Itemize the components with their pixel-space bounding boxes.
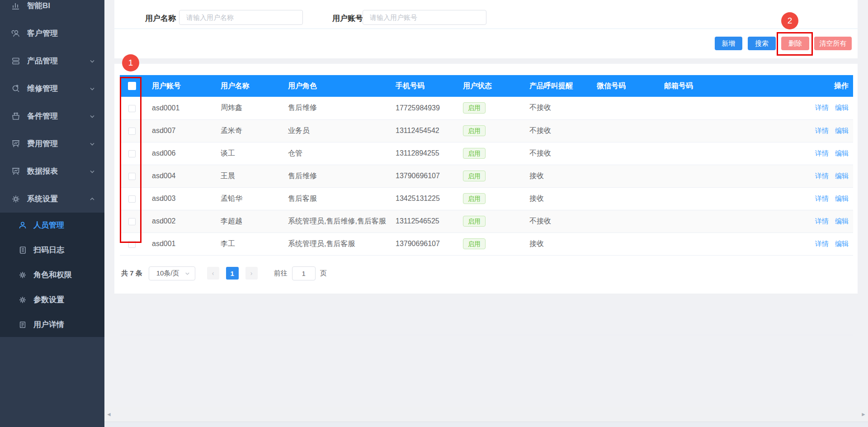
sidebar-menu: 智能BI 客户管理 产品管理 <box>0 0 104 337</box>
cell-call-notify: 接收 <box>521 187 589 210</box>
next-page-button[interactable]: › <box>245 267 258 280</box>
status-badge: 启用 <box>463 238 486 250</box>
row-checkbox[interactable] <box>128 150 136 157</box>
goto-page-input[interactable] <box>292 266 316 280</box>
cell-wechat <box>589 119 656 142</box>
cell-role: 系统管理员,售后客服 <box>280 232 387 255</box>
sidebar-item-personnel[interactable]: 人员管理 <box>0 213 104 237</box>
vertical-scrollbar-track[interactable] <box>858 0 868 407</box>
col-header-account: 用户账号 <box>144 75 212 97</box>
spare-parts-icon <box>11 111 21 121</box>
row-checkbox[interactable] <box>128 218 136 225</box>
sidebar-item-label: 客户管理 <box>27 28 58 38</box>
sidebar-item-label: 用户详情 <box>33 319 64 330</box>
status-badge: 启用 <box>463 102 486 114</box>
row-checkbox[interactable] <box>128 173 136 180</box>
table-row: asd004 王晨 售后维修 13790696107 启用 接收 详情编辑 <box>120 165 853 187</box>
user-account-input[interactable] <box>363 10 486 25</box>
detail-link[interactable]: 详情 <box>815 195 829 202</box>
scroll-left-arrow-icon[interactable]: ◄ <box>106 411 112 418</box>
detail-link[interactable]: 详情 <box>815 172 829 180</box>
expense-board-icon <box>11 139 21 149</box>
sidebar-item-spare-parts[interactable]: 备件管理 <box>0 102 104 130</box>
detail-link[interactable]: 详情 <box>815 240 829 247</box>
cell-name: 李超越 <box>212 210 280 232</box>
page-size-select[interactable]: 10条/页 <box>149 266 195 280</box>
sidebar-item-label: 维修管理 <box>27 83 58 94</box>
user-name-input[interactable] <box>179 10 303 25</box>
current-page-button[interactable]: 1 <box>226 267 239 280</box>
sidebar-item-reports[interactable]: 数据报表 <box>0 157 104 185</box>
sidebar-item-repair[interactable]: 维修管理 <box>0 75 104 102</box>
add-button[interactable]: 新增 <box>715 37 742 50</box>
edit-link[interactable]: 编辑 <box>835 217 849 225</box>
row-checkbox[interactable] <box>128 195 136 203</box>
sidebar-item-bi[interactable]: 智能BI <box>0 0 104 19</box>
report-board-icon <box>11 166 21 176</box>
cell-account: asd001 <box>144 232 212 255</box>
edit-link[interactable]: 编辑 <box>835 127 849 134</box>
col-header-email: 邮箱号码 <box>656 75 746 97</box>
chevron-down-icon <box>89 58 95 64</box>
card-divider <box>114 28 858 29</box>
sidebar-item-products[interactable]: 产品管理 <box>0 47 104 75</box>
detail-link[interactable]: 详情 <box>815 104 829 111</box>
delete-button[interactable]: 删除 <box>781 37 809 50</box>
cell-email <box>656 165 746 187</box>
scroll-right-arrow-icon[interactable]: ► <box>861 411 866 418</box>
filter-toolbar-card: 用户名称 用户账号 新增 搜索 删除 清空所有 <box>114 0 858 58</box>
detail-link[interactable]: 详情 <box>815 127 829 134</box>
clear-all-button[interactable]: 清空所有 <box>814 37 852 50</box>
edit-link[interactable]: 编辑 <box>835 149 849 157</box>
user-table: 用户账号 用户名称 用户角色 手机号码 用户状态 产品呼叫提醒 微信号码 邮箱号… <box>120 75 853 256</box>
cell-role: 售后维修 <box>280 165 387 187</box>
search-button[interactable]: 搜索 <box>748 37 776 50</box>
table-footer-spacer <box>120 330 853 335</box>
customers-icon <box>11 28 21 38</box>
cell-name: 孟铅华 <box>212 187 280 210</box>
cell-wechat <box>589 210 656 232</box>
edit-link[interactable]: 编辑 <box>835 172 849 180</box>
sidebar-item-user-detail[interactable]: 用户详情 <box>0 312 104 337</box>
sidebar-item-system-settings[interactable]: 系统设置 <box>0 185 104 213</box>
cell-wechat <box>589 165 656 187</box>
edit-link[interactable]: 编辑 <box>835 240 849 247</box>
select-all-checkbox[interactable] <box>128 82 136 90</box>
sidebar-item-parameter-settings[interactable]: 参数设置 <box>0 287 104 312</box>
cell-call-notify: 不接收 <box>521 142 589 165</box>
row-checkbox[interactable] <box>128 128 136 135</box>
sidebar-item-label: 系统设置 <box>27 194 58 204</box>
horizontal-scrollbar-track[interactable]: ◄ ► <box>104 407 868 422</box>
sidebar-item-label: 智能BI <box>27 0 50 11</box>
gear-icon <box>11 194 21 204</box>
user-icon <box>18 221 27 230</box>
edit-link[interactable]: 编辑 <box>835 195 849 202</box>
cell-name: 李工 <box>212 232 280 255</box>
edit-link[interactable]: 编辑 <box>835 104 849 111</box>
sidebar-item-roles-permissions[interactable]: 角色和权限 <box>0 262 104 287</box>
sidebar-item-expenses[interactable]: 费用管理 <box>0 130 104 157</box>
cell-call-notify: 不接收 <box>521 119 589 142</box>
row-checkbox[interactable] <box>128 105 136 112</box>
cell-role: 售后维修 <box>280 97 387 119</box>
cell-call-notify: 接收 <box>521 165 589 187</box>
sidebar-item-scan-log[interactable]: 扫码日志 <box>0 237 104 262</box>
cell-email <box>656 187 746 210</box>
table-row: asd003 孟铅华 售后客服 13425131225 启用 接收 详情编辑 <box>120 187 853 210</box>
cell-account: asd006 <box>144 142 212 165</box>
cell-phone: 13790696107 <box>387 232 455 255</box>
detail-link[interactable]: 详情 <box>815 217 829 225</box>
sidebar-item-customers[interactable]: 客户管理 <box>0 19 104 47</box>
cell-wechat <box>589 142 656 165</box>
document-icon <box>18 320 27 329</box>
total-count-label: 共 7 条 <box>121 269 142 278</box>
bar-chart-icon <box>11 1 21 11</box>
cell-account: asd004 <box>144 165 212 187</box>
row-checkbox[interactable] <box>128 241 136 248</box>
sidebar-item-label: 费用管理 <box>27 138 58 149</box>
prev-page-button[interactable]: ‹ <box>207 267 219 280</box>
cell-call-notify: 接收 <box>521 232 589 255</box>
goto-label: 前往 <box>274 269 288 278</box>
detail-link[interactable]: 详情 <box>815 149 829 157</box>
col-header-wechat: 微信号码 <box>589 75 656 97</box>
